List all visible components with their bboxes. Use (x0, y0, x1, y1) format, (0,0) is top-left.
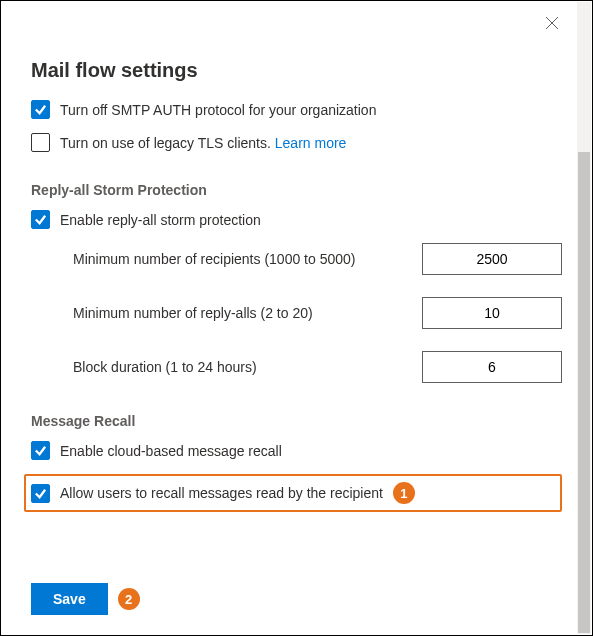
block-duration-label: Block duration (1 to 24 hours) (73, 359, 422, 375)
enable-cloud-recall-checkbox[interactable] (31, 441, 50, 460)
allow-recall-read-checkbox[interactable] (31, 484, 50, 503)
enable-cloud-recall-label: Enable cloud-based message recall (60, 443, 282, 459)
page-title: Mail flow settings (31, 59, 562, 82)
recall-heading: Message Recall (31, 413, 562, 429)
min-replyalls-label: Minimum number of reply-alls (2 to 20) (73, 305, 422, 321)
legacy-tls-checkbox[interactable] (31, 133, 50, 152)
allow-recall-read-highlight: Allow users to recall messages read by t… (24, 474, 562, 512)
learn-more-link[interactable]: Learn more (275, 135, 347, 151)
allow-recall-read-label: Allow users to recall messages read by t… (60, 485, 383, 501)
close-icon (545, 16, 559, 30)
checkmark-icon (34, 103, 47, 116)
save-button[interactable]: Save (31, 583, 108, 615)
checkmark-icon (34, 213, 47, 226)
smtp-auth-label: Turn off SMTP AUTH protocol for your org… (60, 102, 376, 118)
checkmark-icon (34, 487, 47, 500)
legacy-tls-label: Turn on use of legacy TLS clients. Learn… (60, 135, 346, 151)
callout-badge-2: 2 (118, 588, 140, 610)
block-duration-input[interactable] (422, 351, 562, 383)
min-replyalls-input[interactable] (422, 297, 562, 329)
close-button[interactable] (542, 13, 562, 33)
smtp-auth-checkbox[interactable] (31, 100, 50, 119)
enable-storm-label: Enable reply-all storm protection (60, 212, 261, 228)
enable-storm-checkbox[interactable] (31, 210, 50, 229)
min-recipients-label: Minimum number of recipients (1000 to 50… (73, 251, 422, 267)
checkmark-icon (34, 444, 47, 457)
storm-heading: Reply-all Storm Protection (31, 182, 562, 198)
callout-badge-1: 1 (393, 482, 415, 504)
legacy-tls-text: Turn on use of legacy TLS clients. (60, 135, 275, 151)
min-recipients-input[interactable] (422, 243, 562, 275)
